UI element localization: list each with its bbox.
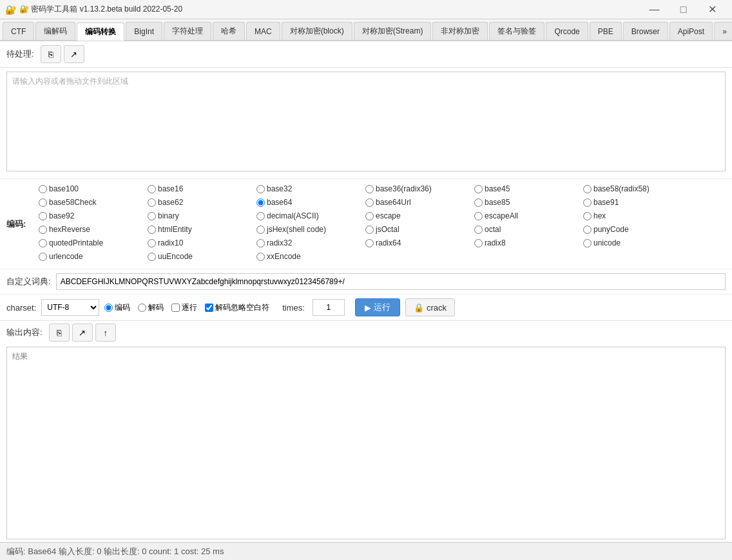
tab-mac[interactable]: MAC bbox=[246, 22, 280, 40]
upload-output-button[interactable]: ↑ bbox=[95, 323, 116, 342]
dict-input[interactable] bbox=[56, 273, 726, 290]
encoding-radio-base32[interactable] bbox=[256, 185, 265, 193]
encoding-radio-hexReverse[interactable] bbox=[39, 226, 47, 234]
encoding-radio-base64Url[interactable] bbox=[365, 198, 374, 207]
encoding-option-htmlEntity[interactable]: htmlEntity bbox=[148, 225, 247, 234]
charset-select[interactable]: UTF-8GBKGB2312ISO-8859-1 bbox=[41, 299, 99, 316]
encoding-radio-base91[interactable] bbox=[583, 198, 592, 207]
encoding-option-escape[interactable]: escape bbox=[365, 211, 465, 220]
tab-sym-stream[interactable]: 对称加密(Stream) bbox=[354, 22, 432, 40]
output-textarea[interactable] bbox=[6, 347, 726, 539]
encoding-radio-radix64[interactable] bbox=[365, 239, 374, 247]
encoding-radio-radix32[interactable] bbox=[256, 239, 265, 247]
tab-apipost[interactable]: ApiPost bbox=[669, 22, 713, 40]
encoding-option-quotedPrintable[interactable]: quotedPrintable bbox=[39, 238, 139, 247]
encoding-option-jsHex-shell-code-[interactable]: jsHex(shell code) bbox=[256, 225, 356, 234]
encoding-option-unicode[interactable]: unicode bbox=[583, 238, 683, 247]
mode-decode-option[interactable]: 解码 bbox=[138, 302, 164, 313]
encoding-option-binary[interactable]: binary bbox=[148, 211, 247, 220]
encoding-radio-jsOctal[interactable] bbox=[365, 226, 374, 234]
encoding-radio-base36-radix36-[interactable] bbox=[365, 185, 374, 193]
encoding-option-base45[interactable]: base45 bbox=[474, 184, 574, 193]
stepwise-checkbox[interactable] bbox=[171, 304, 180, 312]
encoding-radio-binary[interactable] bbox=[148, 212, 156, 220]
encoding-radio-escapeAll[interactable] bbox=[474, 212, 483, 220]
encoding-option-base85[interactable]: base85 bbox=[474, 198, 574, 207]
tab-qrcode[interactable]: Qrcode bbox=[546, 22, 588, 40]
tab-decode[interactable]: 编解码 bbox=[35, 22, 75, 40]
tab-browser[interactable]: Browser bbox=[623, 22, 668, 40]
encoding-option-urlencode[interactable]: urlencode bbox=[39, 252, 139, 261]
stepwise-option[interactable]: 逐行 bbox=[171, 302, 197, 313]
encoding-radio-jsHex-shell-code-[interactable] bbox=[256, 226, 265, 234]
tab-more[interactable]: » bbox=[714, 22, 732, 40]
encoding-option-base16[interactable]: base16 bbox=[148, 184, 247, 193]
encoding-option-jsOctal[interactable]: jsOctal bbox=[365, 225, 465, 234]
ignore-whitespace-option[interactable]: 解码忽略空白符 bbox=[205, 302, 269, 313]
encoding-option-base64[interactable]: base64 bbox=[256, 198, 356, 207]
encoding-radio-xxEncode[interactable] bbox=[256, 253, 265, 261]
encoding-radio-base92[interactable] bbox=[39, 212, 47, 220]
encoding-radio-base85[interactable] bbox=[474, 198, 483, 207]
encoding-radio-quotedPrintable[interactable] bbox=[39, 239, 47, 247]
encoding-radio-radix10[interactable] bbox=[148, 239, 156, 247]
encoding-option-xxEncode[interactable]: xxEncode bbox=[256, 252, 356, 261]
minimize-button[interactable]: — bbox=[640, 0, 669, 19]
encoding-radio-uuEncode[interactable] bbox=[148, 253, 156, 261]
tab-sign-verify[interactable]: 签名与验签 bbox=[489, 22, 544, 40]
encoding-radio-octal[interactable] bbox=[474, 226, 483, 234]
encoding-option-base58Check[interactable]: base58Check bbox=[39, 198, 139, 207]
encoding-option-radix64[interactable]: radix64 bbox=[365, 238, 465, 247]
encoding-radio-htmlEntity[interactable] bbox=[148, 226, 156, 234]
input-textarea[interactable] bbox=[6, 72, 726, 171]
encoding-option-base62[interactable]: base62 bbox=[148, 198, 247, 207]
encoding-radio-base64[interactable] bbox=[256, 198, 265, 207]
import-button[interactable]: ↗ bbox=[64, 45, 84, 63]
times-input[interactable] bbox=[313, 299, 345, 316]
copy-output-button[interactable]: ⎘ bbox=[49, 323, 70, 342]
export-output-button[interactable]: ↗ bbox=[72, 323, 93, 342]
tab-asym[interactable]: 非对称加密 bbox=[432, 22, 488, 40]
encoding-radio-urlencode[interactable] bbox=[39, 253, 47, 261]
encoding-option-punyCode[interactable]: punyCode bbox=[583, 225, 683, 234]
tab-pbe[interactable]: PBE bbox=[590, 22, 622, 40]
tab-string-process[interactable]: 字符处理 bbox=[164, 22, 211, 40]
encoding-option-radix10[interactable]: radix10 bbox=[148, 238, 247, 247]
encoding-radio-decimal-ASCII-[interactable] bbox=[256, 212, 265, 220]
encoding-option-base36-radix36-[interactable]: base36(radix36) bbox=[365, 184, 465, 193]
encoding-option-hex[interactable]: hex bbox=[583, 211, 683, 220]
tab-sym-block[interactable]: 对称加密(block) bbox=[282, 22, 352, 40]
encoding-option-uuEncode[interactable]: uuEncode bbox=[148, 252, 247, 261]
encoding-radio-hex[interactable] bbox=[583, 212, 592, 220]
tab-ctf[interactable]: CTF bbox=[3, 22, 34, 40]
encoding-option-base32[interactable]: base32 bbox=[256, 184, 356, 193]
close-button[interactable]: ✕ bbox=[698, 0, 727, 19]
tab-hash[interactable]: 哈希 bbox=[213, 22, 245, 40]
encoding-option-base58-radix58-[interactable]: base58(radix58) bbox=[583, 184, 683, 193]
encoding-option-radix8[interactable]: radix8 bbox=[474, 238, 574, 247]
encoding-radio-base62[interactable] bbox=[148, 198, 156, 207]
encoding-option-base100[interactable]: base100 bbox=[39, 184, 139, 193]
run-button[interactable]: ▶ 运行 bbox=[355, 298, 400, 316]
mode-encode-radio[interactable] bbox=[104, 304, 113, 312]
encoding-radio-base100[interactable] bbox=[39, 185, 47, 193]
paste-button[interactable]: ⎘ bbox=[41, 45, 61, 63]
crack-button[interactable]: 🔒 crack bbox=[405, 298, 455, 316]
encoding-option-decimal-ASCII-[interactable]: decimal(ASCII) bbox=[256, 211, 356, 220]
encoding-option-escapeAll[interactable]: escapeAll bbox=[474, 211, 574, 220]
encoding-radio-punyCode[interactable] bbox=[583, 226, 592, 234]
mode-encode-option[interactable]: 编码 bbox=[104, 302, 130, 313]
encoding-radio-base16[interactable] bbox=[148, 185, 156, 193]
encoding-option-hexReverse[interactable]: hexReverse bbox=[39, 225, 139, 234]
encoding-radio-unicode[interactable] bbox=[583, 239, 592, 247]
encoding-option-radix32[interactable]: radix32 bbox=[256, 238, 356, 247]
encoding-radio-base58Check[interactable] bbox=[39, 198, 47, 207]
tab-bigint[interactable]: BigInt bbox=[126, 22, 162, 40]
encoding-option-base91[interactable]: base91 bbox=[583, 198, 683, 207]
encoding-radio-base45[interactable] bbox=[474, 185, 483, 193]
encoding-radio-escape[interactable] bbox=[365, 212, 374, 220]
encoding-radio-base58-radix58-[interactable] bbox=[583, 185, 592, 193]
encoding-option-octal[interactable]: octal bbox=[474, 225, 574, 234]
tab-encode-convert[interactable]: 编码转换 bbox=[77, 23, 124, 41]
ignore-whitespace-checkbox[interactable] bbox=[205, 304, 213, 312]
